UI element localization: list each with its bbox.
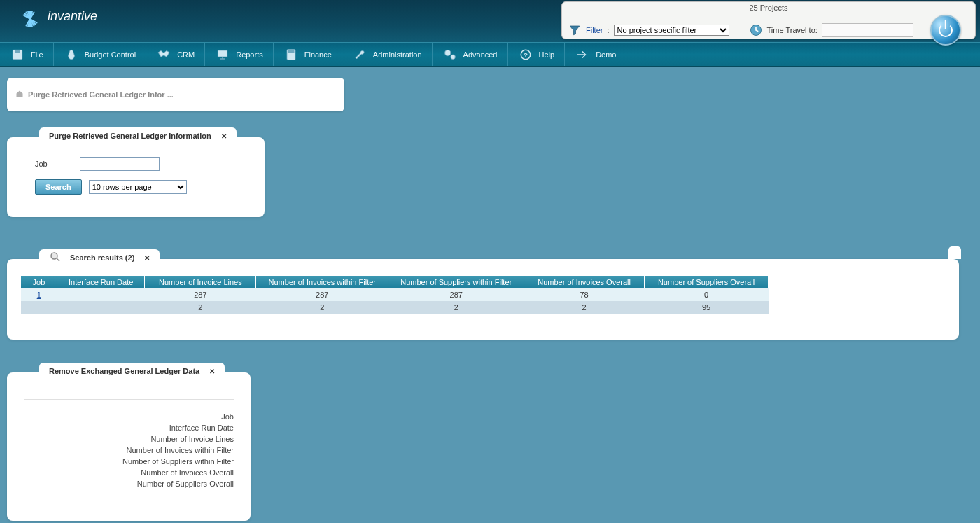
cell-invoicesOverall: 78 [524, 288, 645, 301]
money-bag-icon [64, 47, 79, 62]
table-row: 1287287287780 [21, 288, 769, 301]
cell-invoicesFilter: 2 [256, 301, 388, 314]
svg-point-6 [444, 50, 450, 55]
main-menu: File Budget Control CRM Reports Finance … [0, 42, 980, 67]
top-panel: 25 Projects Filter : No project specific… [561, 1, 976, 39]
projects-count: 25 Projects [562, 2, 975, 12]
svg-rect-5 [288, 50, 294, 53]
menu-label: Help [539, 50, 555, 59]
results-corner [948, 246, 961, 259]
time-travel-label: Time Travel to: [767, 26, 818, 34]
svg-text:?: ? [524, 50, 528, 58]
disk-icon [10, 47, 25, 62]
calculator-icon [284, 47, 299, 62]
cell-invoicesOverall: 2 [524, 301, 645, 314]
breadcrumb-text: Purge Retrieved General Ledger Infor ... [28, 90, 174, 99]
menu-label: Reports [236, 50, 263, 59]
svg-point-7 [450, 55, 455, 60]
chevron-up-icon: ✕ [221, 132, 227, 140]
home-icon [15, 90, 24, 99]
magnifier-icon [49, 251, 62, 265]
cell-invoiceLines: 2 [145, 301, 256, 314]
chevron-up-icon: ✕ [209, 368, 215, 375]
results-section: Search results (2) ✕ Job Interface Run D… [7, 259, 959, 340]
col-job: Job [21, 276, 57, 288]
job-input[interactable] [80, 157, 160, 171]
clock-globe-icon [749, 23, 763, 37]
filter-link[interactable]: Filter [586, 26, 603, 34]
menu-finance[interactable]: Finance [274, 43, 342, 66]
cell-suppliersOverall: 0 [645, 288, 769, 301]
results-title: Search results (2) [70, 253, 134, 262]
menu-administration[interactable]: Administration [342, 43, 433, 66]
job-link[interactable]: 1 [37, 291, 41, 299]
cell-runDate [57, 301, 144, 314]
menu-label: CRM [177, 50, 195, 59]
presentation-icon [215, 47, 230, 62]
col-invoices-filter: Number of Invoices within Filter [256, 276, 388, 288]
divider [24, 399, 234, 400]
search-button[interactable]: Search [35, 179, 82, 195]
handshake-icon [156, 47, 172, 62]
cell-suppliersFilter: 287 [388, 288, 524, 301]
power-button[interactable] [930, 15, 961, 46]
results-section-tab[interactable]: Search results (2) ✕ [39, 249, 160, 266]
cell-suppliersOverall: 95 [645, 301, 769, 314]
menu-advanced[interactable]: Advanced [433, 43, 508, 66]
purge-title: Purge Retrieved General Ledger Informati… [49, 132, 211, 140]
cell-suppliersFilter: 2 [388, 301, 524, 314]
colon: : [607, 26, 609, 34]
table-header-row: Job Interface Run Date Number of Invoice… [21, 276, 769, 288]
remove-field-label: Number of Invoice Lines [24, 433, 234, 445]
col-invoice-lines: Number of Invoice Lines [145, 276, 256, 288]
cell-invoiceLines: 287 [145, 288, 256, 301]
svg-rect-3 [218, 50, 227, 57]
funnel-icon [568, 23, 582, 37]
breadcrumb: Purge Retrieved General Ledger Infor ... [7, 78, 344, 111]
menu-demo[interactable]: Demo [565, 43, 626, 66]
logo-burst-icon [20, 4, 45, 29]
col-run-date: Interface Run Date [57, 276, 144, 288]
remove-field-label: Number of Suppliers within Filter [24, 456, 234, 467]
gears-icon [442, 47, 458, 62]
col-suppliers-overall: Number of Suppliers Overall [645, 276, 769, 288]
menu-label: Advanced [463, 50, 498, 59]
job-label: Job [35, 160, 63, 168]
svg-rect-2 [15, 50, 20, 53]
menu-help[interactable]: ? Help [508, 43, 566, 66]
cell-invoicesFilter: 287 [256, 288, 388, 301]
question-icon: ? [518, 47, 533, 62]
chevron-up-icon: ✕ [144, 254, 150, 262]
results-table: Job Interface Run Date Number of Invoice… [21, 276, 769, 314]
menu-budget-control[interactable]: Budget Control [54, 43, 146, 66]
col-invoices-overall: Number of Invoices Overall [524, 276, 645, 288]
menu-label: Budget Control [85, 50, 136, 59]
remove-field-label: Interface Run Date [24, 422, 234, 433]
time-travel-input[interactable] [822, 23, 913, 37]
brand-name: invantive [48, 9, 97, 24]
demo-icon [575, 47, 590, 62]
remove-title: Remove Exchanged General Ledger Data [49, 367, 200, 375]
menu-label: File [31, 50, 43, 59]
wrench-icon [352, 47, 368, 62]
menu-file[interactable]: File [0, 43, 54, 66]
svg-point-10 [51, 253, 57, 259]
filter-select[interactable]: No project specific filter [614, 25, 729, 36]
purge-section-tab[interactable]: Purge Retrieved General Ledger Informati… [39, 127, 237, 144]
remove-section-tab[interactable]: Remove Exchanged General Ledger Data ✕ [39, 363, 225, 379]
menu-label: Finance [304, 50, 332, 59]
table-row: 222295 [21, 301, 769, 314]
power-icon [939, 23, 953, 37]
remove-section: Remove Exchanged General Ledger Data ✕ J… [7, 372, 251, 521]
menu-label: Demo [596, 50, 616, 59]
app-header: invantive 25 Projects Filter : No projec… [0, 0, 980, 42]
brand-logo: invantive [20, 4, 97, 29]
rows-per-page-select[interactable]: 10 rows per page [89, 180, 187, 194]
remove-field-label: Number of Suppliers Overall [24, 478, 234, 489]
remove-field-label: Job [24, 411, 234, 422]
menu-crm[interactable]: CRM [146, 43, 205, 66]
remove-field-label: Number of Invoices within Filter [24, 445, 234, 456]
remove-field-list: JobInterface Run DateNumber of Invoice L… [24, 411, 234, 489]
menu-reports[interactable]: Reports [205, 43, 274, 66]
purge-section: Purge Retrieved General Ledger Informati… [7, 137, 265, 217]
